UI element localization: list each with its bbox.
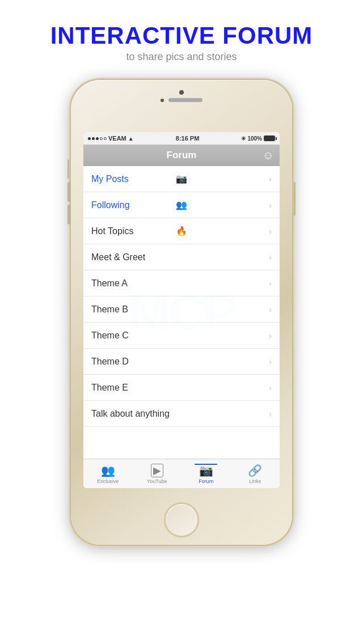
camera-icon: 📷 — [176, 173, 187, 184]
sensor-dot — [161, 99, 164, 102]
chevron-icon: › — [269, 175, 272, 184]
chevron-icon: › — [269, 331, 272, 340]
forum-icon: 📷 — [199, 464, 213, 477]
wifi-icon: ▲ — [128, 135, 134, 142]
battery-label: 100% — [247, 135, 262, 142]
carrier-label: VEAM — [108, 135, 126, 142]
youtube-label: YouTube — [147, 478, 167, 484]
theme-d-label: Theme D — [91, 357, 180, 367]
list-item-theme-c[interactable]: Theme C › — [83, 323, 280, 349]
youtube-icon: ▶ — [151, 464, 163, 477]
battery-fill — [264, 136, 275, 141]
tab-forum[interactable]: 📷 Forum — [182, 464, 231, 484]
theme-b-label: Theme B — [91, 304, 180, 315]
my-posts-label: My Posts — [91, 174, 174, 184]
list-item-hot-topics[interactable]: Hot Topics 🔥 › — [83, 218, 280, 244]
page-subtitle: to share pics and stories — [50, 51, 313, 63]
theme-a-label: Theme A — [91, 278, 180, 289]
battery-icon — [264, 135, 275, 141]
meet-greet-label: Meet & Greet — [91, 252, 180, 262]
page-title: INTERACTIVE FORUM — [50, 23, 313, 49]
tab-exclusive[interactable]: 👥 Exclusive — [83, 464, 133, 484]
list-item-theme-a[interactable]: Theme A › — [83, 270, 280, 296]
smiley-icon[interactable]: ☺ — [263, 149, 274, 162]
phone-top-details — [161, 90, 202, 102]
phone-shell: VEAM ▲ 8:16 PM ✳ 100% Forum ☺ MC — [71, 80, 292, 545]
front-camera-icon — [179, 90, 184, 95]
list-item-theme-b[interactable]: Theme B › — [83, 296, 280, 323]
signal-dot-3 — [96, 137, 99, 140]
chevron-icon: › — [269, 253, 272, 262]
list-item-meet-greet[interactable]: Meet & Greet › — [83, 244, 280, 270]
signal-dot-2 — [92, 137, 95, 140]
list-item-my-posts[interactable]: My Posts 📷 › — [83, 166, 280, 192]
speaker-grill — [168, 98, 202, 102]
speaker-row — [161, 98, 202, 102]
tab-active-indicator — [195, 464, 217, 465]
list-item-talk-anything[interactable]: Talk about anything › — [83, 401, 280, 427]
exclusive-label: Exclusive — [97, 478, 119, 484]
nav-bar: Forum ☺ — [83, 145, 280, 166]
list-item-theme-d[interactable]: Theme D › — [83, 349, 280, 375]
theme-c-label: Theme C — [91, 331, 180, 341]
tab-bar: 👥 Exclusive ▶ YouTube 📷 Forum 🔗 Links — [83, 459, 280, 488]
signal-dot-1 — [88, 137, 91, 140]
phone-device: VEAM ▲ 8:16 PM ✳ 100% Forum ☺ MC — [71, 80, 292, 545]
bluetooth-icon: ✳ — [241, 135, 246, 142]
signal-dot-4 — [100, 137, 103, 140]
people-icon: 👥 — [176, 200, 187, 210]
list-item-theme-e[interactable]: Theme E › — [83, 375, 280, 401]
chevron-icon: › — [269, 305, 272, 314]
chevron-icon: › — [269, 357, 272, 366]
following-label: Following — [91, 200, 174, 210]
links-label: Links — [249, 478, 261, 484]
chevron-icon: › — [269, 279, 272, 288]
exclusive-icon: 👥 — [101, 464, 115, 477]
chevron-icon: › — [269, 201, 272, 210]
page-header: INTERACTIVE FORUM to share pics and stor… — [50, 0, 313, 74]
home-button[interactable] — [166, 504, 197, 536]
hot-topics-label: Hot Topics — [91, 226, 174, 236]
talk-anything-label: Talk about anything — [91, 409, 180, 419]
fire-icon: 🔥 — [176, 226, 187, 236]
chevron-icon: › — [269, 383, 272, 392]
chevron-icon: › — [269, 409, 272, 418]
forum-label: Forum — [199, 478, 213, 484]
chevron-icon: › — [269, 227, 272, 236]
tab-youtube[interactable]: ▶ YouTube — [133, 464, 182, 484]
tab-links[interactable]: 🔗 Links — [231, 464, 280, 484]
status-time: 8:16 PM — [176, 135, 200, 142]
signal-dot-5 — [104, 137, 107, 140]
theme-e-label: Theme E — [91, 383, 180, 393]
status-bar: VEAM ▲ 8:16 PM ✳ 100% — [83, 132, 280, 145]
phone-screen: VEAM ▲ 8:16 PM ✳ 100% Forum ☺ MC — [83, 132, 280, 488]
list-item-following[interactable]: Following 👥 › — [83, 192, 280, 218]
nav-title: Forum — [167, 150, 197, 161]
signal-dots — [88, 137, 107, 140]
links-icon: 🔗 — [248, 464, 262, 477]
list-container: MCP My Posts 📷 › Following 👥 › Hot Topic… — [83, 166, 280, 459]
status-left: VEAM ▲ — [88, 135, 134, 142]
status-right: ✳ 100% — [241, 135, 275, 142]
